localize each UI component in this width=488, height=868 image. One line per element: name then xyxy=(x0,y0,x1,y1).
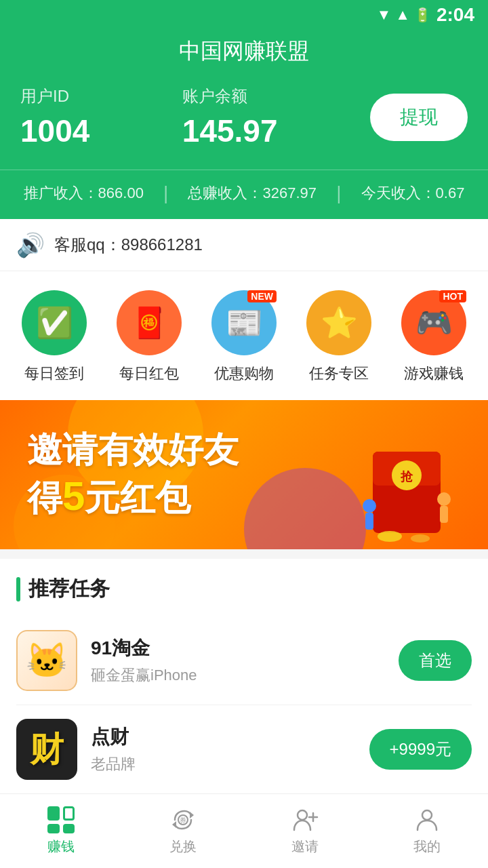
banner-illustration: 抢 xyxy=(332,418,468,549)
game-earn-wrapper: 🎮 HOT xyxy=(401,290,466,355)
taojin-heart-icon: 🐱 xyxy=(26,641,68,680)
banner-text: 邀请有效好友 得5元红包 xyxy=(27,427,239,523)
invite-banner[interactable]: 邀请有效好友 得5元红包 抢 xyxy=(0,400,488,549)
daily-hongbao-item[interactable]: 🧧 每日红包 xyxy=(117,290,182,384)
status-icons: ▼ ▲ 🔋 xyxy=(376,6,431,24)
task-item-taojin[interactable]: 🐱 91淘金 砸金蛋赢iPhone 首选 xyxy=(16,616,472,705)
stat-divider-2: | xyxy=(336,182,341,204)
nav-profile[interactable]: 我的 xyxy=(366,806,488,856)
signal-icon: ▲ xyxy=(395,6,410,24)
diancai-info: 点财 老品牌 xyxy=(91,724,356,774)
sq1 xyxy=(47,806,60,821)
new-badge: NEW xyxy=(247,290,277,302)
banner-line2-suffix: 元红包 xyxy=(85,478,190,517)
section-title: 推荐任务 xyxy=(28,575,110,603)
discount-shopping-label: 优惠购物 xyxy=(214,363,274,384)
svg-marker-11 xyxy=(172,821,176,828)
svg-rect-9 xyxy=(440,506,448,523)
task-zone-item[interactable]: ⭐ 任务专区 xyxy=(306,290,371,384)
diancai-icon: 财 xyxy=(16,719,77,780)
sq3 xyxy=(47,824,60,834)
hongbao-icon: 🧧 xyxy=(131,305,168,340)
game-icon: 🎮 xyxy=(415,305,453,340)
wifi-icon: ▼ xyxy=(376,6,391,24)
diancai-desc: 老品牌 xyxy=(91,754,356,774)
checkin-icon: ✅ xyxy=(36,305,73,340)
svg-point-14 xyxy=(298,810,307,820)
profile-label: 我的 xyxy=(413,837,441,856)
app-title: 中国网赚联盟 xyxy=(20,37,468,66)
red-envelope-svg: 抢 xyxy=(332,418,468,547)
task-item-diancai[interactable]: 财 点财 老品牌 +9999元 xyxy=(16,705,472,794)
user-id-value: 1004 xyxy=(20,113,89,149)
speaker-icon: 🔊 xyxy=(16,231,45,258)
sq4 xyxy=(63,824,75,834)
daily-checkin-item[interactable]: ✅ 每日签到 xyxy=(22,290,87,384)
balance-label: 账户余额 xyxy=(182,85,278,107)
nav-exchange[interactable]: 券 兑换 xyxy=(122,806,244,856)
nav-earn[interactable]: 赚钱 xyxy=(0,806,122,856)
withdraw-button[interactable]: 提现 xyxy=(370,94,468,141)
taojin-name: 91淘金 xyxy=(91,635,385,661)
invite-icon xyxy=(291,806,319,833)
diancai-button[interactable]: +9999元 xyxy=(369,729,472,770)
daily-checkin-icon-circle: ✅ xyxy=(22,290,87,355)
balance-block: 账户余额 145.97 xyxy=(182,85,278,149)
section-bar-decoration xyxy=(16,577,20,601)
discount-shopping-wrapper: 📰 NEW xyxy=(211,290,277,355)
exchange-label: 兑换 xyxy=(169,837,197,856)
bottom-navigation: 赚钱 券 兑换 邀请 我的 xyxy=(0,793,488,868)
promo-income: 推广收入：866.00 xyxy=(24,183,144,203)
user-id-block: 用户ID 1004 xyxy=(20,85,89,149)
svg-rect-7 xyxy=(365,513,373,530)
task-zone-label: 任务专区 xyxy=(309,363,369,384)
status-time: 2:04 xyxy=(436,4,474,26)
balance-value: 145.97 xyxy=(182,113,278,149)
task-zone-icon: ⭐ xyxy=(321,305,358,340)
taojin-desc: 砸金蛋赢iPhone xyxy=(91,665,385,686)
stats-bar: 推广收入：866.00 | 总赚收入：3267.97 | 今天收入：0.67 xyxy=(0,170,488,219)
user-id-label: 用户ID xyxy=(20,85,89,107)
daily-checkin-label: 每日签到 xyxy=(24,363,84,384)
status-bar: ▼ ▲ 🔋 2:04 xyxy=(0,0,488,30)
sq2 xyxy=(63,806,75,821)
profile-icon xyxy=(413,806,441,833)
earn-label: 赚钱 xyxy=(47,837,75,856)
header-info: 用户ID 1004 账户余额 145.97 提现 xyxy=(20,85,468,149)
svg-point-8 xyxy=(437,492,451,506)
banner-line2-prefix: 得 xyxy=(27,478,62,517)
taojin-icon: 🐱 xyxy=(16,630,77,691)
game-earn-label: 游戏赚钱 xyxy=(404,363,464,384)
taojin-info: 91淘金 砸金蛋赢iPhone xyxy=(91,635,385,686)
stat-divider-1: | xyxy=(163,182,168,204)
exchange-icon: 券 xyxy=(169,806,197,833)
daily-hongbao-icon-circle: 🧧 xyxy=(117,290,182,355)
banner-highlight: 5 xyxy=(62,473,85,519)
taojin-button[interactable]: 首选 xyxy=(399,640,472,681)
earn-icon xyxy=(47,806,75,833)
hot-badge: HOT xyxy=(439,290,466,302)
task-zone-icon-circle: ⭐ xyxy=(306,290,371,355)
feature-icons-grid: ✅ 每日签到 🧧 每日红包 📰 NEW 优惠购物 ⭐ 任务专区 🎮 HOT xyxy=(0,271,488,400)
section-header: 推荐任务 xyxy=(16,575,472,603)
svg-point-4 xyxy=(378,531,402,542)
header-section: 中国网赚联盟 用户ID 1004 账户余额 145.97 提现 xyxy=(0,30,488,170)
game-earn-item[interactable]: 🎮 HOT 游戏赚钱 xyxy=(401,290,466,384)
notice-text: 客服qq：898661281 xyxy=(54,234,203,256)
total-income: 总赚收入：3267.97 xyxy=(188,183,317,203)
banner-line1: 邀请有效好友 xyxy=(27,427,239,473)
svg-point-6 xyxy=(363,499,376,513)
today-income: 今天收入：0.67 xyxy=(361,183,465,203)
discount-shopping-item[interactable]: 📰 NEW 优惠购物 xyxy=(211,290,277,384)
battery-icon: 🔋 xyxy=(414,7,431,23)
daily-hongbao-label: 每日红包 xyxy=(119,363,179,384)
diancai-name: 点财 xyxy=(91,724,356,750)
svg-marker-10 xyxy=(190,812,194,818)
nav-invite[interactable]: 邀请 xyxy=(244,806,366,856)
notice-bar: 🔊 客服qq：898661281 xyxy=(0,219,488,271)
svg-text:券: 券 xyxy=(180,816,186,824)
cai-character: 财 xyxy=(30,727,64,772)
banner-line2: 得5元红包 xyxy=(27,473,239,522)
svg-point-5 xyxy=(411,534,430,542)
svg-point-17 xyxy=(422,810,432,820)
